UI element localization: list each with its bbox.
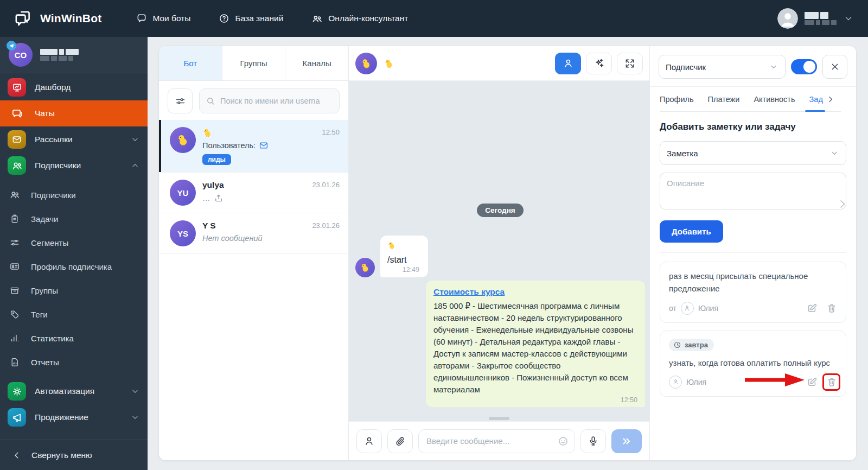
brand[interactable]: WinWinBot <box>14 9 101 28</box>
sidebar-subitem-groups[interactable]: Группы <box>0 278 148 302</box>
close-panel-button[interactable] <box>822 55 847 79</box>
tab-profile[interactable]: Профиль <box>660 87 694 112</box>
description-textarea[interactable] <box>660 173 846 209</box>
chat-list-item[interactable]: Пользователь: лиды 12:50 <box>159 120 348 173</box>
subscriber-tabs: Профиль Платежи Активность Зад <box>650 87 856 112</box>
sidebar-item-dashboard[interactable]: Дашборд <box>0 74 148 100</box>
filter-button[interactable] <box>168 88 193 113</box>
sidebar-subitem-segments[interactable]: Сегменты <box>0 231 148 255</box>
sidebar-item-label: Задачи <box>31 214 58 224</box>
tab-channels[interactable]: Каналы <box>285 46 348 80</box>
sidebar-item-label: Отчеты <box>31 358 59 367</box>
ai-assistant-button[interactable] <box>586 53 612 74</box>
person-icon <box>363 435 375 447</box>
chevron-down-icon <box>769 62 778 72</box>
incoming-message: /start 12:49 <box>355 236 645 277</box>
collapse-menu-label: Свернуть меню <box>31 450 92 460</box>
sidebar-item-broadcasts[interactable]: Рассылки <box>0 126 148 153</box>
chat-tag-badge[interactable]: лиды <box>202 154 231 165</box>
nav-item-knowledge-base[interactable]: База знаний <box>219 13 283 24</box>
delete-icon[interactable] <box>826 377 837 388</box>
bot-avatar-initials: CO <box>15 50 27 60</box>
panel-toggle[interactable] <box>791 59 817 74</box>
tab-payments[interactable]: Платежи <box>708 87 740 112</box>
sidebar-subitem-subscribers[interactable]: Подписчики <box>0 183 148 207</box>
chat-time: 12:50 <box>322 127 340 165</box>
tab-activity[interactable]: Активность <box>754 87 795 112</box>
message-bubble: /start 12:49 <box>380 236 428 277</box>
tab-label: Активность <box>754 95 795 104</box>
chat-title: yulya <box>202 180 305 190</box>
scroll-handle[interactable] <box>489 417 509 420</box>
sidebar-item-subscribers[interactable]: Подписчики <box>0 153 148 179</box>
delete-icon[interactable] <box>826 303 837 314</box>
tab-label: Бот <box>183 59 197 68</box>
nav-item-label: Мои боты <box>152 14 190 23</box>
message-input[interactable] <box>418 429 575 453</box>
user-avatar <box>777 8 798 29</box>
search-row <box>159 81 348 120</box>
messages-area[interactable]: Сегодня /start 12:49 Стоимость курса 185… <box>349 81 649 421</box>
sidebar-subitem-subscriber-profile[interactable]: Профиль подписчика <box>0 255 148 278</box>
attach-button[interactable] <box>387 429 413 453</box>
send-button[interactable] <box>611 429 642 453</box>
sidebar-item-promotion[interactable]: Продвижение <box>0 404 148 430</box>
user-menu[interactable] <box>777 8 854 29</box>
tab-bot[interactable]: Бот <box>159 46 222 80</box>
filter-sliders-icon <box>175 96 186 107</box>
chevron-left-icon <box>12 450 22 460</box>
chat-header-actions <box>555 53 643 74</box>
chevron-down-icon <box>829 148 839 158</box>
sidebar-item-label: Теги <box>31 310 48 319</box>
clipboard-icon <box>9 214 20 224</box>
nav-item-my-bots[interactable]: Мои боты <box>136 13 190 24</box>
sidebar-item-statistics[interactable]: Статистика <box>0 326 148 350</box>
subscriber-panel-header: Подписчик <box>650 46 856 87</box>
close-icon <box>829 61 840 72</box>
subscriber-select[interactable]: Подписчик <box>659 55 786 79</box>
collapse-menu-button[interactable]: Свернуть меню <box>0 440 148 470</box>
sidebar-subitem-tags[interactable]: Теги <box>0 302 148 326</box>
search-input[interactable] <box>199 88 340 113</box>
sidebar-item-label: Дашборд <box>35 82 71 92</box>
chevron-down-icon <box>130 412 140 422</box>
sidebar-item-chats[interactable]: Чаты <box>0 100 148 126</box>
redacted-user-name <box>805 11 837 26</box>
chat-title <box>202 127 315 138</box>
fullscreen-button[interactable] <box>617 53 643 74</box>
note-type-select[interactable]: Заметка <box>660 141 846 165</box>
due-badge-label: завтра <box>685 341 708 349</box>
chat-panel: Сегодня /start 12:49 Стоимость курса 185… <box>349 46 649 460</box>
subscriber-select-value: Подписчик <box>666 62 706 72</box>
tab-groups[interactable]: Группы <box>222 46 286 80</box>
subscriber-panel-button[interactable] <box>555 53 581 74</box>
nav-item-online-consultant[interactable]: Онлайн-консультант <box>311 13 408 24</box>
sidebar-subitem-tasks[interactable]: Задачи <box>0 207 148 231</box>
due-badge: завтра <box>669 339 714 351</box>
chat-subtitle-text: Нет сообщений <box>202 234 263 243</box>
send-icon <box>621 435 633 447</box>
tab-tasks[interactable]: Зад <box>809 87 823 112</box>
chevron-down-icon <box>130 386 140 396</box>
tabs-scroll-right-icon[interactable] <box>825 94 835 104</box>
message-composer <box>349 421 649 460</box>
sidebar-item-automation[interactable]: Автоматизация <box>0 378 148 404</box>
quick-profile-button[interactable] <box>356 429 382 453</box>
sidebar-item-reports[interactable]: Отчеты <box>0 350 148 374</box>
emoji-icon[interactable] <box>558 436 569 447</box>
message-link[interactable]: Стоимость курса <box>433 287 505 296</box>
voice-message-button[interactable] <box>580 429 606 453</box>
chat-source-tabs: Бот Группы Каналы <box>159 46 348 81</box>
chick-icon <box>387 241 396 250</box>
top-navbar: WinWinBot Мои боты База знаний Онлайн-ко… <box>0 0 868 37</box>
edit-icon[interactable] <box>807 303 818 314</box>
chat-list-item[interactable]: YU yulya … 23.01.26 <box>159 173 348 213</box>
envelope-icon <box>259 141 269 150</box>
edit-icon[interactable] <box>807 377 818 388</box>
sidebar-profile[interactable]: CO <box>0 37 148 73</box>
chat-subtitle: Нет сообщений <box>202 234 305 243</box>
add-note-button[interactable]: Добавить <box>660 220 723 243</box>
report-icon <box>9 357 20 367</box>
chevron-down-icon <box>130 135 140 144</box>
chat-list-item[interactable]: YS Y S Нет сообщений 23.01.26 <box>159 213 348 254</box>
